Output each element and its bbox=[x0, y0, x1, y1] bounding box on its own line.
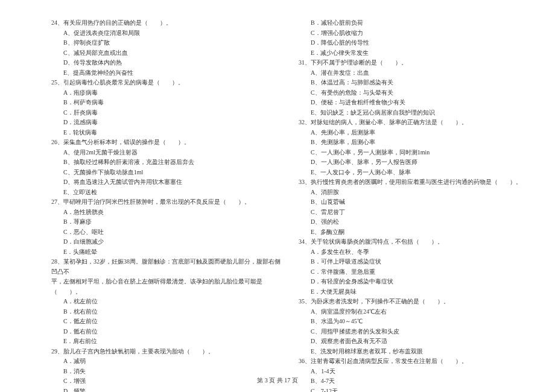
option-line: D．骶右前位 bbox=[51, 327, 281, 337]
option-line: A．减弱 bbox=[51, 356, 281, 367]
option-line: C、有受伤的危险：与头晕有关 bbox=[299, 88, 528, 98]
option-line: D、便秘：与进食粗纤维食物少有关 bbox=[299, 98, 528, 108]
question-stem: 29、胎儿在子宫内急性缺氧初期，主要表现为胎动（ ）。 bbox=[51, 347, 281, 357]
option-line: D．有轻度的全身感染中毒症状 bbox=[299, 277, 528, 287]
option-line: B、体温过高：与肺部感染有关 bbox=[299, 78, 528, 88]
question-stem: 33、执行慢性胃炎患者的医嘱时，使用前应着重与医生进行沟通的药物是（ ）。 bbox=[299, 177, 528, 188]
option-line: D、一人测心率、脉率，另一人报告医师 bbox=[299, 157, 528, 168]
option-line: B、抑制炎症扩散 bbox=[51, 38, 281, 48]
option-line: C、7-12天 bbox=[299, 387, 528, 393]
option-line: A、1-4天 bbox=[299, 367, 528, 377]
option-line: D、将血迅速注入无菌试管内并用软木塞塞住 bbox=[51, 177, 281, 188]
option-line: D．频繁 bbox=[51, 387, 281, 393]
option-line: E、提高痛觉神经的兴奋性 bbox=[51, 68, 281, 78]
option-line: A．疱疹病毒 bbox=[51, 88, 281, 98]
option-line: B．枕右前位 bbox=[51, 307, 281, 317]
option-line: C、用指甲揉搓患者的头发和头皮 bbox=[299, 327, 528, 337]
question-stem: 34、关于轮状病毒肠炎的腹泻特点，不包括（ ）。 bbox=[299, 237, 528, 247]
option-line: E、多酶立酮 bbox=[299, 227, 528, 238]
option-line: B、水温为40～45℃ bbox=[299, 317, 528, 327]
option-line: B．可伴上呼吸道感染症状 bbox=[299, 257, 528, 267]
option-line: E．肩右前位 bbox=[51, 337, 281, 347]
option-line: C、雷尼替丁 bbox=[299, 207, 528, 218]
option-line: A．多发生在秋、冬季 bbox=[299, 247, 528, 258]
left-column: 24、有关应用热疗的目的正确的是（ ）。A、促进浅表炎症消退和局限B、抑制炎症扩… bbox=[51, 18, 281, 392]
question-stem: 32、对脉短绌的病人，测量心率、脉率的正确方法是（ ）。 bbox=[299, 118, 528, 128]
option-line: B、先测脉率，后测心率 bbox=[299, 138, 528, 148]
page-footer: 第 3 页 共 17 页 bbox=[0, 376, 555, 385]
option-line: E．减少心律失常发生 bbox=[299, 48, 528, 58]
option-line: C．肝炎病毒 bbox=[51, 108, 281, 118]
option-line: C．增强心肌收缩力 bbox=[299, 28, 528, 39]
option-line: B、抽取经过稀释的肝素溶液，充盈注射器后弃去 bbox=[51, 157, 281, 168]
right-column: B．减轻心脏前负荷C．增强心肌收缩力D．降低心脏的传导性E．减少心律失常发生31… bbox=[299, 18, 528, 392]
option-line: C、减轻局部充血或出血 bbox=[51, 48, 281, 58]
question-stem: 28、某初孕妇，32岁，妊娠38周。腹部触诊：宫底部可触及圆而硬胎儿部分，腹部右… bbox=[51, 257, 281, 277]
question-stem: 25、引起病毒性心肌炎最常见的病毒是（ ）。 bbox=[51, 78, 281, 88]
option-line: C．常伴腹痛、里急后重 bbox=[299, 267, 528, 277]
option-line: D、传导发散体内的热 bbox=[51, 58, 281, 68]
option-line: E、洗发时用棉球塞患者双耳，纱布盖双眼 bbox=[299, 347, 528, 357]
option-line: E、一人发口令，另一人测心率、脉率 bbox=[299, 168, 528, 178]
option-line: C、无菌操作下抽取动脉血1ml bbox=[51, 168, 281, 178]
option-line: A、消胆胺 bbox=[299, 188, 528, 198]
option-line: A、病室温度控制在24℃左右 bbox=[299, 307, 528, 317]
option-line: B．荨麻疹 bbox=[51, 217, 281, 227]
option-line: B、山莨菪碱 bbox=[299, 197, 528, 207]
option-line: B．减轻心脏前负荷 bbox=[299, 18, 528, 28]
option-line: D、强的松 bbox=[299, 217, 528, 227]
option-line: B．柯萨奇病毒 bbox=[51, 98, 281, 108]
question-stem: 36、注射青霉素引起血清病型反应，常发生在注射后（ ）。 bbox=[299, 356, 528, 367]
option-line: A．枕左前位 bbox=[51, 297, 281, 307]
question-stem: 27、甲硝唑用于治疗阿米巴性肝脓肿时，最常出现的不良反应是（ ）。 bbox=[51, 197, 281, 207]
option-line: A．急性膀胱炎 bbox=[51, 207, 281, 218]
option-line: A、潜在并发症：出血 bbox=[299, 68, 528, 78]
option-line: E．大便无腥臭味 bbox=[299, 287, 528, 297]
option-line: E、立即送检 bbox=[51, 188, 281, 198]
option-line: A、先测心率，后测脉率 bbox=[299, 128, 528, 138]
option-line: E．轮状病毒 bbox=[51, 128, 281, 138]
exam-page: 24、有关应用热疗的目的正确的是（ ）。A、促进浅表炎症消退和局限B、抑制炎症扩… bbox=[0, 0, 555, 392]
option-line: A、使用2ml无菌干燥注射器 bbox=[51, 148, 281, 158]
option-line: B．消失 bbox=[51, 367, 281, 377]
option-line: E、知识缺乏：缺乏冠心病居家自我护理的知识 bbox=[299, 108, 528, 118]
question-stem: 26、采集血气分析标本时，错误的操作是（ ）。 bbox=[51, 138, 281, 148]
option-line: C．恶心、呕吐 bbox=[51, 227, 281, 238]
question-stem: 24、有关应用热疗的目的正确的是（ ）。 bbox=[51, 18, 281, 28]
option-line: D、观察患者面色及有无不适 bbox=[299, 337, 528, 347]
question-stem: 平，左侧相对平坦，胎心音在脐上左侧听得最清楚。该孕妇的胎儿胎位最可能是（ ）。 bbox=[51, 277, 281, 297]
option-line: D．流感病毒 bbox=[51, 118, 281, 128]
question-stem: 31、下列不属于护理诊断的是（ ）。 bbox=[299, 58, 528, 68]
option-line: A、促进浅表炎症消退和局限 bbox=[51, 28, 281, 39]
question-stem: 35、为卧床患者洗发时，下列操作不正确的是（ ）。 bbox=[299, 297, 528, 307]
option-line: D．降低心脏的传导性 bbox=[299, 38, 528, 48]
option-line: C．骶左前位 bbox=[51, 317, 281, 327]
option-line: D．白细胞减少 bbox=[51, 237, 281, 247]
option-line: E．头痛眩晕 bbox=[51, 247, 281, 258]
option-line: C、一人测心率，另一人测脉率，同时测1min bbox=[299, 148, 528, 158]
